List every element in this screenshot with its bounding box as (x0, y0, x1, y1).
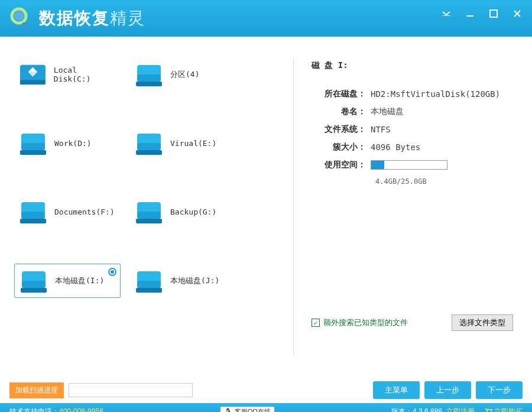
app-logo: 数据恢复精灵 (9, 7, 145, 30)
svg-rect-12 (21, 143, 45, 150)
host-disk-label: 所在磁盘： (312, 89, 371, 99)
drive-icon (18, 61, 48, 87)
svg-rect-13 (20, 150, 46, 155)
disk-label: Documents(F:) (54, 207, 115, 216)
app-title: 数据恢复精灵 (39, 7, 145, 30)
svg-rect-22 (136, 219, 162, 223)
dropdown-icon[interactable] (441, 8, 452, 19)
disk-info-panel: 磁 盘 I: 所在磁盘： HD2:MsftVirtualDisk(120GB) … (294, 46, 523, 368)
volume-value: 本地磁盘 (371, 106, 404, 117)
version-info: 版本：4.3.6.888 立即注册 (391, 407, 475, 413)
disk-item[interactable]: Virual(E:) (130, 126, 236, 160)
file-type-button[interactable]: 选择文件类型 (452, 314, 513, 331)
filesystem-label: 文件系统： (312, 124, 371, 135)
titlebar: 数据恢复精灵 (0, 0, 532, 37)
disk-item[interactable]: 本地磁盘(I:) (14, 264, 121, 298)
prev-button[interactable]: 上一步 (424, 381, 471, 399)
disk-label: 本地磁盘(I:) (55, 275, 104, 286)
svg-rect-21 (137, 212, 161, 219)
svg-rect-4 (466, 15, 473, 17)
drive-icon (134, 130, 164, 156)
qq-icon: 🐧 (224, 408, 232, 413)
drive-icon (18, 199, 48, 225)
usage-progress (371, 160, 447, 170)
register-link[interactable]: 立即注册 (446, 407, 475, 413)
extra-search-label: 额外搜索已知类型的文件 (323, 317, 408, 328)
extra-search-checkbox[interactable]: ✓ 额外搜索已知类型的文件 (312, 317, 408, 328)
disk-label: Local Disk(C:) (54, 66, 117, 83)
host-disk-value: HD2:MsftVirtualDisk(120GB) (371, 89, 500, 99)
disk-label: Backup(G:) (170, 207, 216, 216)
minimize-icon[interactable] (465, 8, 475, 19)
svg-rect-27 (137, 281, 161, 288)
svg-rect-3 (443, 15, 450, 16)
main-content: Local Disk(C:)分区(4)Work(D:)Virual(E:)Doc… (0, 37, 532, 377)
svg-rect-10 (136, 82, 162, 86)
logo-icon (9, 7, 33, 30)
disk-item[interactable]: Work(D:) (14, 126, 121, 160)
window-controls (441, 8, 523, 19)
info-title: 磁 盘 I: (312, 60, 513, 71)
drive-icon (18, 130, 48, 156)
svg-rect-19 (20, 219, 46, 223)
usage-text: 4.4GB/25.0GB (375, 177, 513, 186)
selected-radio-icon (108, 268, 116, 276)
scan-options: ✓ 额外搜索已知类型的文件 选择文件类型 (312, 314, 513, 331)
svg-rect-28 (136, 288, 162, 293)
svg-point-1 (14, 11, 24, 21)
load-progress-button[interactable]: 加载扫描进度 (9, 382, 64, 398)
svg-rect-25 (21, 288, 47, 293)
svg-rect-16 (136, 150, 162, 155)
svg-rect-15 (137, 143, 161, 150)
svg-rect-7 (20, 80, 46, 85)
statusbar: 技术支持电话：400-008-9958 🐧 客服QQ在线 版本：4.3.6.88… (0, 403, 532, 412)
svg-rect-18 (21, 212, 45, 219)
usage-label: 使用空间： (312, 160, 371, 170)
volume-label: 卷名： (312, 106, 371, 117)
svg-rect-24 (22, 281, 46, 288)
main-menu-button[interactable]: 主菜单 (373, 381, 420, 399)
disk-item[interactable]: 本地磁盘(J:) (130, 264, 236, 298)
footer-actions: 加载扫描进度 主菜单 上一步 下一步 (0, 377, 532, 403)
disk-item[interactable]: Local Disk(C:) (14, 58, 121, 91)
cluster-label: 簇大小： (312, 142, 371, 153)
disk-item[interactable]: Backup(G:) (130, 195, 236, 228)
filesystem-value: NTFS (371, 125, 391, 134)
maximize-icon[interactable] (488, 8, 499, 19)
disk-label: 分区(4) (170, 69, 199, 80)
disk-item[interactable]: Documents(F:) (14, 195, 121, 228)
next-button[interactable]: 下一步 (476, 381, 523, 399)
disk-label: 本地磁盘(J:) (170, 275, 219, 286)
drive-icon (134, 61, 164, 87)
disk-item[interactable]: 分区(4) (130, 58, 236, 91)
cluster-value: 4096 Bytes (371, 142, 420, 152)
svg-rect-9 (137, 74, 161, 82)
drive-icon (18, 268, 49, 294)
support-info: 技术支持电话：400-008-9958 (9, 407, 103, 413)
support-phone[interactable]: 400-008-9958 (59, 407, 103, 413)
close-icon[interactable] (512, 8, 523, 19)
svg-rect-5 (490, 10, 497, 17)
load-progress-input[interactable] (69, 383, 193, 397)
qq-support-badge[interactable]: 🐧 客服QQ在线 (220, 407, 274, 413)
buy-link[interactable]: 立即购买 (484, 407, 523, 413)
drive-icon (134, 199, 164, 225)
disk-label: Work(D:) (54, 139, 92, 148)
disk-label: Virual(E:) (170, 139, 216, 148)
checkbox-icon: ✓ (312, 319, 320, 327)
svg-rect-2 (21, 22, 29, 30)
drive-icon (134, 268, 164, 294)
disk-list-panel: Local Disk(C:)分区(4)Work(D:)Virual(E:)Doc… (9, 46, 293, 368)
